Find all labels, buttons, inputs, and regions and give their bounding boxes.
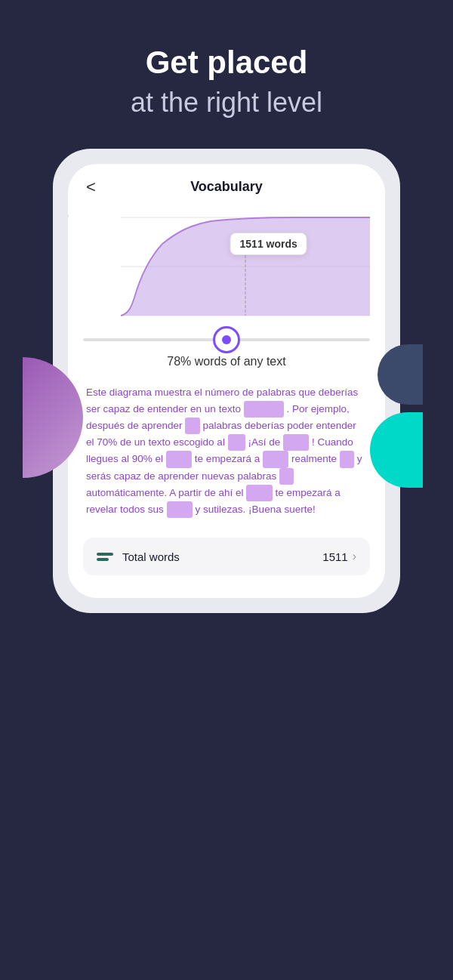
desc-text-7: realmente (291, 453, 337, 464)
desc-text-6: te empezará a (195, 453, 263, 464)
desc-text-11: y sutilezas. ¡Buena suerte! (196, 504, 316, 515)
header-title: Get placed (30, 45, 423, 80)
desc-highlight-10 (167, 501, 193, 518)
desc-highlight-7 (340, 451, 354, 467)
slider-container[interactable]: 78% words of any text (68, 331, 385, 376)
desc-text-9: automáticamente. A partir de ahí el (86, 487, 246, 498)
back-button[interactable]: < (86, 177, 96, 197)
header-subtitle: at the right level (30, 86, 423, 119)
total-words-left: Total words (97, 550, 180, 563)
slider-track[interactable] (83, 338, 370, 341)
chart-wrapper: 1511 words (121, 210, 370, 331)
desc-highlight-2 (185, 418, 199, 434)
description-area: Este diagrama muestra el número de palab… (68, 376, 385, 527)
chevron-right-icon: › (353, 550, 356, 563)
screen-title: Vocabulary (190, 179, 263, 195)
desc-highlight-5 (166, 451, 192, 467)
slider-thumb-inner (222, 335, 231, 344)
phone-screen: < Vocabulary 100% 50% 0% (68, 164, 385, 598)
nav-bar: < Vocabulary (68, 164, 385, 202)
chart-svg (121, 210, 370, 323)
desc-highlight-9 (246, 485, 272, 501)
desc-text-4: ¡Así de (248, 436, 283, 448)
desc-highlight-1 (244, 401, 284, 418)
icon-bar-2 (97, 558, 109, 561)
total-words-right: 1511 › (322, 550, 356, 563)
slider-thumb[interactable] (213, 326, 240, 353)
desc-highlight-3 (228, 434, 245, 451)
list-icon (97, 553, 113, 561)
header-section: Get placed at the right level (0, 0, 453, 141)
desc-highlight-8 (279, 468, 294, 485)
desc-highlight-4 (283, 434, 309, 451)
desc-highlight-6 (263, 451, 288, 467)
y-label-50: 50% (68, 259, 69, 270)
total-words-count: 1511 (322, 550, 347, 563)
phone-mockup: < Vocabulary 100% 50% 0% (53, 149, 400, 613)
chart-tooltip: 1511 words (230, 233, 307, 255)
total-words-card[interactable]: Total words 1511 › (83, 538, 370, 575)
y-axis: 100% 50% 0% (68, 210, 69, 331)
total-words-label: Total words (122, 550, 180, 563)
y-label-100: 100% (68, 210, 69, 220)
slider-label: 78% words of any text (167, 355, 285, 368)
y-label-0: 0% (68, 308, 69, 319)
chart-area: 100% 50% 0% (68, 202, 385, 331)
icon-bar-1 (97, 553, 113, 556)
